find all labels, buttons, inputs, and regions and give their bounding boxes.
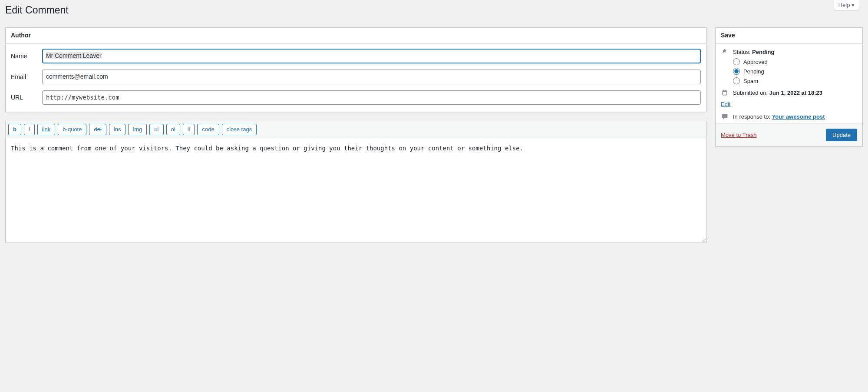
pin-icon [721,48,729,56]
author-heading: Author [11,31,701,40]
response-row: In response to: Your awesome post [721,113,857,120]
qt-img-button[interactable]: img [128,124,147,135]
quicktags-toolbar: b i link b-quote del ins img ul ol li co… [6,121,706,138]
side-column: Save Status: Pending Approved [715,27,863,156]
status-spam-radio[interactable]: Spam [733,77,857,84]
qt-bold-button[interactable]: b [8,124,21,135]
content-layout: Author Name Mr Comment Leaver Email URL [5,27,863,243]
email-label: Email [11,73,42,80]
save-heading: Save [721,31,857,40]
calendar-icon [721,89,729,96]
status-label: Status: Pending [733,49,774,55]
name-value: Mr Comment Leaver [46,52,102,59]
qt-ins-button[interactable]: ins [109,124,126,135]
email-field[interactable] [42,70,701,84]
comment-content-textarea[interactable] [6,138,706,243]
name-field[interactable]: Mr Comment Leaver [42,49,701,63]
qt-ul-button[interactable]: ul [149,124,163,135]
qt-blockquote-button[interactable]: b-quote [58,124,86,135]
url-field[interactable] [42,90,701,105]
major-actions: Move to Trash Update [716,123,862,146]
pending-radio-input[interactable] [733,68,740,75]
pending-label: Pending [743,68,764,75]
comment-editor: b i link b-quote del ins img ul ol li co… [5,121,706,243]
status-radio-group: Approved Pending Spam [733,58,857,84]
qt-li-button[interactable]: li [183,124,195,135]
edit-date-link[interactable]: Edit [721,101,730,107]
status-approved-radio[interactable]: Approved [733,58,857,65]
status-pending-radio[interactable]: Pending [733,68,857,75]
save-header: Save [716,28,862,44]
response-text: In response to: Your awesome post [733,113,825,120]
url-label: URL [11,94,42,101]
update-button[interactable]: Update [826,129,857,141]
submitted-label: Submitted on: Jun 1, 2022 at 18:23 [733,90,822,96]
comment-icon [721,113,729,120]
name-row: Name Mr Comment Leaver [11,49,701,63]
approved-radio-input[interactable] [733,58,740,65]
approved-label: Approved [743,59,768,65]
qt-del-button[interactable]: del [89,124,106,135]
qt-italic-button[interactable]: i [24,124,35,135]
spam-radio-input[interactable] [733,77,740,84]
response-post-link[interactable]: Your awesome post [772,113,825,120]
author-header: Author [6,28,706,44]
page-title: Edit Comment [5,0,863,19]
qt-ol-button[interactable]: ol [166,124,180,135]
name-label: Name [11,53,42,60]
qt-link-button[interactable]: link [37,124,56,135]
url-row: URL [11,90,701,105]
qt-code-button[interactable]: code [197,124,219,135]
qt-close-tags-button[interactable]: close tags [222,124,257,135]
move-to-trash-link[interactable]: Move to Trash [721,132,756,138]
save-postbox: Save Status: Pending Approved [715,27,863,147]
spam-label: Spam [743,78,758,84]
author-postbox: Author Name Mr Comment Leaver Email URL [5,27,706,112]
status-row: Status: Pending [721,48,857,56]
author-fields: Name Mr Comment Leaver Email URL [6,43,706,112]
submitted-row: Submitted on: Jun 1, 2022 at 18:23 [721,89,857,96]
main-column: Author Name Mr Comment Leaver Email URL [5,27,706,243]
email-row: Email [11,70,701,84]
help-tab[interactable]: Help ▾ [834,0,859,10]
status-section: Status: Pending Approved Pending [716,43,862,123]
